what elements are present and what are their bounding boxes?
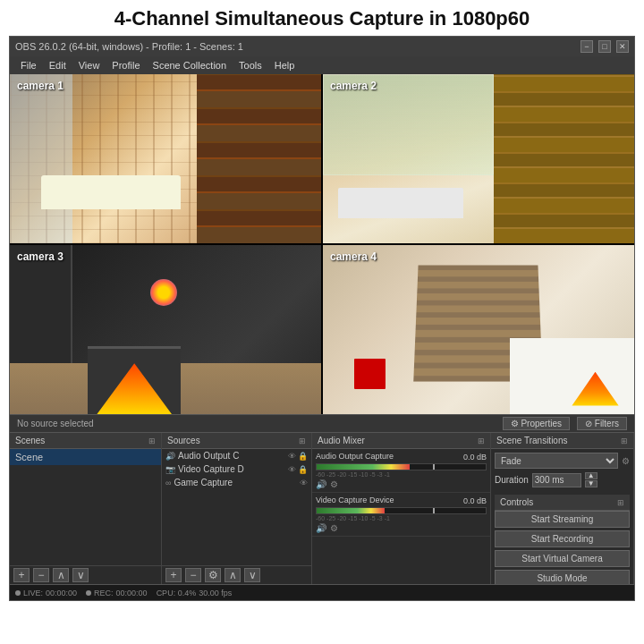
source-audio-lock[interactable]: 🔒 <box>298 452 308 461</box>
menu-view[interactable]: View <box>73 58 106 72</box>
scenes-panel-icon[interactable]: ⊞ <box>148 436 156 445</box>
scenes-panel-footer: + − ∧ ∨ <box>10 565 161 584</box>
studio-mode-button[interactable]: Studio Mode <box>495 570 630 584</box>
source-game-icon: ∞ <box>165 479 171 487</box>
camera-3-label: camera 3 <box>17 250 64 263</box>
transition-select-row: Fade Cut ⚙ <box>495 453 630 469</box>
minimize-button[interactable]: − <box>580 40 593 53</box>
sources-gear-button[interactable]: ⚙ <box>205 568 221 582</box>
transitions-controls: Fade Cut ⚙ Duration ▲ ▼ <box>491 449 633 491</box>
scene-transitions-icon[interactable]: ⊞ <box>621 436 628 445</box>
scenes-panel: Scenes ⊞ Scene + − ∧ ∨ <box>10 433 162 584</box>
title-bar-label: OBS 26.0.2 (64-bit, windows) - Profile: … <box>15 41 243 52</box>
transition-duration-label: Duration <box>495 475 529 485</box>
menu-edit[interactable]: Edit <box>44 58 72 72</box>
source-item-video[interactable]: 📷 Video Capture D 👁 🔒 <box>162 462 311 476</box>
start-streaming-button[interactable]: Start Streaming <box>495 511 630 528</box>
menu-bar: File Edit View Profile Scene Collection … <box>10 56 634 74</box>
menu-tools[interactable]: Tools <box>233 58 267 72</box>
mixer-ch2-db: 0.0 dB <box>463 496 487 505</box>
mixer-ch2-gear-icon[interactable]: ⚙ <box>330 523 338 533</box>
close-button[interactable]: ✕ <box>616 40 629 53</box>
scene-transitions-header: Scene Transitions ⊞ <box>491 433 633 449</box>
transition-duration-row: Duration ▲ ▼ <box>495 472 630 487</box>
sources-panel-icon[interactable]: ⊞ <box>299 436 306 445</box>
camera-2-cell: camera 2 <box>323 74 634 243</box>
audio-mixer-panel: Audio Mixer ⊞ Audio Output Capture 0.0 d… <box>312 433 491 584</box>
sources-panel-title: Sources <box>167 436 200 445</box>
audio-mixer-title: Audio Mixer <box>318 436 365 445</box>
filters-button[interactable]: ⊘ Filters <box>577 417 627 430</box>
audio-mixer-header: Audio Mixer ⊞ <box>312 433 490 449</box>
live-label: LIVE: <box>23 589 43 597</box>
sources-panel: Sources ⊞ 🔊 Audio Output C 👁 🔒 📷 Video C… <box>162 433 312 584</box>
rec-time: 00:00:00 <box>116 589 148 597</box>
sources-remove-button[interactable]: − <box>185 568 201 582</box>
controls-icon[interactable]: ⊞ <box>617 498 624 507</box>
source-game-eye[interactable]: 👁 <box>300 479 308 487</box>
mixer-ch1-db: 0.0 dB <box>463 453 487 462</box>
maximize-button[interactable]: □ <box>598 40 611 53</box>
transition-select[interactable]: Fade Cut <box>495 453 618 469</box>
menu-scene-collection[interactable]: Scene Collection <box>148 58 233 72</box>
mixer-ch2-vol-icon[interactable]: 🔊 <box>316 523 326 533</box>
controls-title: Controls <box>500 497 533 507</box>
menu-help[interactable]: Help <box>269 58 301 72</box>
mixer-ch2-bar <box>316 507 487 514</box>
properties-button[interactable]: ⚙ Properties <box>503 417 570 430</box>
source-item-game[interactable]: ∞ Game Capture 👁 <box>162 476 311 489</box>
source-game-label: Game Capture <box>174 478 233 487</box>
fps-label: 30.00 fps <box>199 589 232 597</box>
sources-panel-header: Sources ⊞ <box>162 433 311 449</box>
scenes-remove-button[interactable]: − <box>33 568 49 582</box>
scene-item-1[interactable]: Scene <box>10 449 161 465</box>
scenes-panel-header: Scenes ⊞ <box>10 433 161 449</box>
scene-transitions-panel: Scene Transitions ⊞ Fade Cut ⚙ Duration … <box>491 433 634 584</box>
source-video-lock[interactable]: 🔒 <box>298 465 308 474</box>
controls-panel: Controls ⊞ Start Streaming Start Recordi… <box>491 491 633 584</box>
camera-1-label: camera 1 <box>17 80 64 92</box>
mixer-ch2-controls: 🔊 ⚙ <box>316 523 487 533</box>
live-status: LIVE: 00:00:00 <box>15 589 77 597</box>
transition-spin-up[interactable]: ▲ <box>585 472 597 479</box>
scenes-down-button[interactable]: ∨ <box>72 568 89 582</box>
live-time: 00:00:00 <box>46 589 77 597</box>
transition-duration-input[interactable] <box>532 473 581 487</box>
source-video-icon: 📷 <box>165 465 175 474</box>
cpu-label: CPU: 0.4% <box>157 589 197 597</box>
sources-add-button[interactable]: + <box>165 568 182 582</box>
bottom-status-bar: LIVE: 00:00:00 REC: 00:00:00 CPU: 0.4% 3… <box>10 584 634 600</box>
source-audio-label: Audio Output C <box>178 451 239 461</box>
sources-down-button[interactable]: ∨ <box>244 568 260 582</box>
source-item-audio[interactable]: 🔊 Audio Output C 👁 🔒 <box>162 449 311 462</box>
start-recording-button[interactable]: Start Recording <box>495 530 630 547</box>
sources-panel-footer: + − ⚙ ∧ ∨ <box>162 565 311 584</box>
mixer-channel-2: Video Capture Device 0.0 dB -60 -25 -20 … <box>312 493 490 537</box>
mixer-ch1-vol-icon[interactable]: 🔊 <box>316 479 326 489</box>
camera-1-cell: camera 1 <box>10 74 321 243</box>
source-video-label: Video Capture D <box>178 464 244 474</box>
status-bar: No source selected ⚙ Properties ⊘ Filter… <box>10 414 634 432</box>
rec-label: REC: <box>94 589 114 597</box>
transition-gear-icon[interactable]: ⚙ <box>622 456 630 466</box>
camera-4-label: camera 4 <box>330 250 377 263</box>
bottom-panels: Scenes ⊞ Scene + − ∧ ∨ Sources ⊞ 🔊 Audio… <box>10 432 634 584</box>
source-audio-icon: 🔊 <box>165 452 175 461</box>
scenes-up-button[interactable]: ∧ <box>53 568 69 582</box>
transition-spinners: ▲ ▼ <box>585 472 597 487</box>
sources-up-button[interactable]: ∧ <box>225 568 241 582</box>
scenes-add-button[interactable]: + <box>13 568 30 582</box>
title-bar-controls: − □ ✕ <box>580 40 629 53</box>
cpu-status: CPU: 0.4% 30.00 fps <box>157 589 233 597</box>
camera-2-label: camera 2 <box>330 80 377 92</box>
menu-profile[interactable]: Profile <box>106 58 145 72</box>
menu-file[interactable]: File <box>15 58 42 72</box>
transition-spin-down[interactable]: ▼ <box>585 480 597 487</box>
scene-transitions-title: Scene Transitions <box>496 436 568 445</box>
start-virtual-camera-button[interactable]: Start Virtual Camera <box>495 550 630 567</box>
mixer-ch1-label: Audio Output Capture <box>316 452 394 461</box>
audio-mixer-icon[interactable]: ⊞ <box>478 436 485 445</box>
mixer-ch1-gear-icon[interactable]: ⚙ <box>330 479 338 489</box>
source-audio-eye[interactable]: 👁 <box>288 452 296 461</box>
source-video-eye[interactable]: 👁 <box>288 465 296 474</box>
